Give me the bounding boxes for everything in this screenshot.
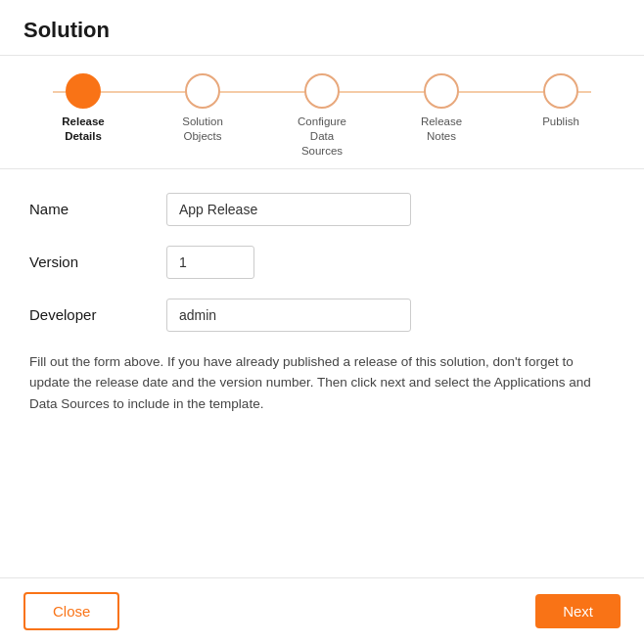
name-input[interactable] [166,193,411,226]
step-label-solution-objects: SolutionObjects [182,115,223,144]
next-button[interactable]: Next [535,594,621,628]
step-circle-publish [543,73,578,109]
step-configure-data-sources[interactable]: ConfigureDataSources [262,73,382,159]
step-circle-solution-objects [185,73,220,109]
step-label-release-details: ReleaseDetails [62,115,104,144]
version-input[interactable] [166,246,254,279]
info-text: Fill out the form above. If you have alr… [29,351,615,415]
footer: Close Next [0,577,644,644]
stepper: ReleaseDetails SolutionObjects Configure… [23,73,621,159]
step-label-release-notes: ReleaseNotes [421,115,462,144]
developer-row: Developer [29,299,615,332]
name-label: Name [29,201,166,217]
name-row: Name [29,193,615,226]
app-title: Solution [23,18,110,42]
version-row: Version [29,246,615,279]
step-solution-objects[interactable]: SolutionObjects [143,73,262,144]
step-label-publish: Publish [542,115,579,129]
step-label-configure-data-sources: ConfigureDataSources [298,115,346,159]
developer-input[interactable] [166,299,411,332]
header: Solution [0,0,644,56]
step-release-notes[interactable]: ReleaseNotes [382,73,501,144]
version-label: Version [29,253,166,270]
step-circle-configure-data-sources [304,73,340,109]
close-button[interactable]: Close [23,592,119,630]
stepper-container: ReleaseDetails SolutionObjects Configure… [0,56,644,169]
step-circle-release-details [66,73,101,109]
main-content: Name Version Developer Fill out the form… [0,169,644,577]
step-release-details[interactable]: ReleaseDetails [23,73,143,144]
step-publish[interactable]: Publish [501,73,621,129]
step-circle-release-notes [424,73,459,109]
developer-label: Developer [29,306,166,323]
